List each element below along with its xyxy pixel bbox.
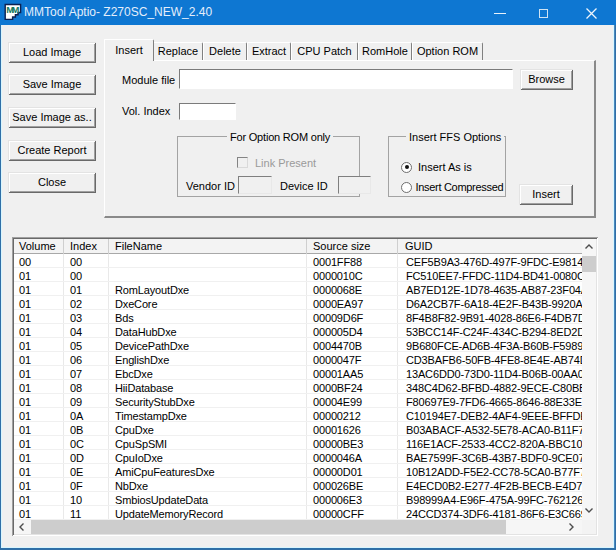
svg-text:MM: MM xyxy=(6,4,19,15)
